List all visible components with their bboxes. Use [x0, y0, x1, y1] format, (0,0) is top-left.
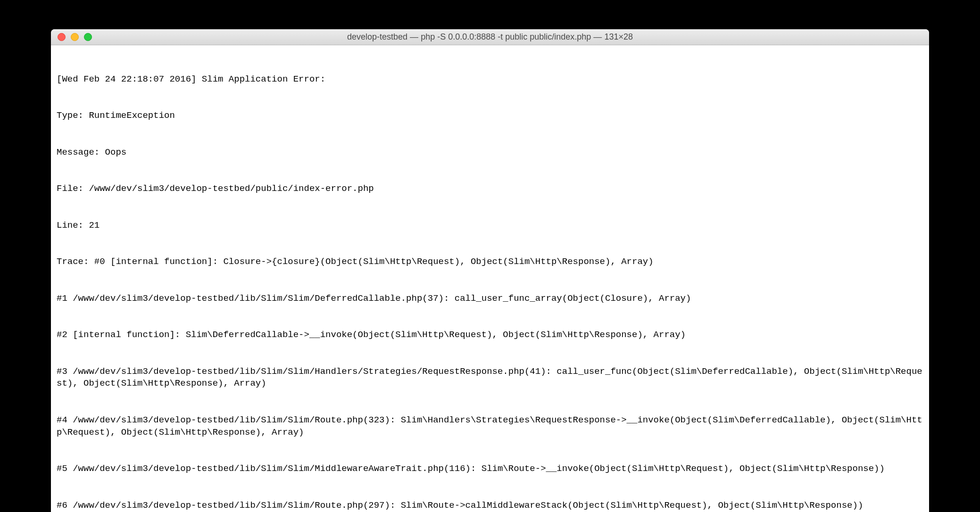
terminal-line: #3 /www/dev/slim3/develop-testbed/lib/Sl…: [57, 366, 923, 390]
terminal-line: #1 /www/dev/slim3/develop-testbed/lib/Sl…: [57, 293, 923, 305]
traffic-lights: [51, 33, 92, 41]
terminal-window: develop-testbed — php -S 0.0.0.0:8888 -t…: [51, 29, 929, 512]
terminal-line: #4 /www/dev/slim3/develop-testbed/lib/Sl…: [57, 414, 923, 439]
titlebar[interactable]: develop-testbed — php -S 0.0.0.0:8888 -t…: [51, 29, 929, 45]
terminal-line: Type: RuntimeException: [57, 110, 923, 122]
terminal-output[interactable]: [Wed Feb 24 22:18:07 2016] Slim Applicat…: [51, 45, 929, 512]
terminal-line: [Wed Feb 24 22:18:07 2016] Slim Applicat…: [57, 74, 923, 86]
terminal-line: Message: Oops: [57, 147, 923, 159]
terminal-line: Trace: #0 [internal function]: Closure->…: [57, 256, 923, 268]
window-title: develop-testbed — php -S 0.0.0.0:8888 -t…: [51, 32, 929, 42]
terminal-line: #5 /www/dev/slim3/develop-testbed/lib/Sl…: [57, 463, 923, 475]
maximize-icon[interactable]: [84, 33, 92, 41]
minimize-icon[interactable]: [71, 33, 79, 41]
close-icon[interactable]: [58, 33, 66, 41]
terminal-line: Line: 21: [57, 220, 923, 232]
terminal-line: File: /www/dev/slim3/develop-testbed/pub…: [57, 183, 923, 195]
terminal-line: #2 [internal function]: Slim\DeferredCal…: [57, 329, 923, 341]
terminal-line: #6 /www/dev/slim3/develop-testbed/lib/Sl…: [57, 500, 923, 512]
